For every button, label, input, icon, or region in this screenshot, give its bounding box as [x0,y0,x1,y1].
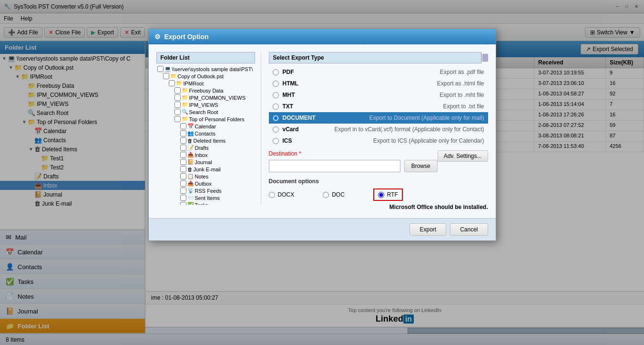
cancel-dialog-button[interactable]: Cancel [450,223,488,236]
dialog-folder-list-title: Folder List [156,52,255,63]
dialog-two-col: Folder List 💻\\server\systools sample da… [156,52,488,210]
dialog-tree-item[interactable]: ✅Tasks [156,201,255,205]
dialog-folder-list[interactable]: Folder List 💻\\server\systools sample da… [156,52,261,205]
browse-button[interactable]: Browse [404,160,438,172]
dialog-tree[interactable]: 💻\\server\systools sample data\PST\📁Copy… [156,65,255,205]
export-dialog-button[interactable]: Export [409,223,446,236]
dialog-tree-item[interactable]: 📡RSS Feeds [156,187,255,194]
dialog-tree-item[interactable]: 📅Calendar [156,123,255,130]
dialog-tree-item[interactable]: 🗑Deleted Items [156,137,255,144]
dialog-tree-item[interactable]: 🔍Search Root [156,108,255,115]
dialog-tree-item[interactable]: 📋Notes [156,173,255,180]
docx-option[interactable]: DOCX [269,191,295,198]
dialog-overlay: ⚙ Export Option Folder List 💻\\server\sy… [0,0,644,345]
export-dialog: ⚙ Export Option Folder List 💻\\server\sy… [148,29,496,241]
destination-row: Browse [269,160,438,172]
select-export-title: Select Export Type [269,52,481,63]
export-option-vcard[interactable]: vCardExport in to vCard(.vcf) format (Ap… [269,124,488,135]
doc-option[interactable]: DOC [323,191,345,198]
doc-options-row: DOCX DOC RTF [269,188,488,201]
dialog-tree-item[interactable]: 📨Sent Items [156,194,255,201]
dialog-tree-item[interactable]: 👥Contacts [156,130,255,137]
export-types-list[interactable]: PDFExport as .pdf fileHTMLExport as .htm… [269,66,488,146]
ms-office-note: Microsoft Office should be installed. [269,204,488,210]
export-option-document[interactable]: DOCUMENTExport to Document (Applicable o… [269,112,488,124]
dialog-tree-item[interactable]: 📔Journal [156,158,255,166]
dialog-tree-item[interactable]: 📁Copy of Outlook.pst [156,73,255,80]
export-option-txt[interactable]: TXTExport to .txt file [269,101,488,112]
dialog-tree-item[interactable]: 📁IPM_VIEWS [156,101,255,108]
dialog-icon: ⚙ [154,33,161,41]
dialog-tree-item[interactable]: 💻\\server\systools sample data\PST\ [156,65,255,73]
destination-input[interactable] [269,160,400,172]
dialog-tree-item[interactable]: 📝Drafts [156,144,255,151]
export-option-ics[interactable]: ICSExport to ICS (Applicable only for Ca… [269,135,488,146]
doc-options-section: Document options DOCX DOC RTF [269,178,488,210]
export-option-html[interactable]: HTMLExport as .html file [269,78,488,89]
dialog-title: Export Option [164,33,209,41]
export-option-mht[interactable]: MHTExport to .mht file [269,89,488,101]
dialog-footer: Export Cancel [149,218,496,240]
doc-options-title: Document options [269,178,488,185]
dialog-tree-item[interactable]: 📥Inbox [156,151,255,158]
adv-settings-button[interactable]: Adv. Settings... [438,150,488,162]
dialog-tree-item[interactable]: 📤Outbox [156,180,255,187]
dialog-body: Folder List 💻\\server\systools sample da… [149,44,496,218]
dialog-tree-item[interactable]: 📁Top of Personal Folders [156,115,255,123]
dialog-titlebar: ⚙ Export Option [149,29,496,44]
rtf-option[interactable]: RTF [373,188,403,201]
dialog-tree-item[interactable]: 📁IPM_COMMON_VIEWS [156,94,255,101]
dialog-export-types: Select Export Type PDFExport as .pdf fil… [261,52,488,210]
dialog-tree-item[interactable]: 🗑Junk E-mail [156,166,255,173]
dialog-tree-item[interactable]: 📁Freebusy Data [156,87,255,94]
export-option-pdf[interactable]: PDFExport as .pdf file [269,66,488,78]
dialog-tree-item[interactable]: 📁IPMRoot [156,80,255,87]
